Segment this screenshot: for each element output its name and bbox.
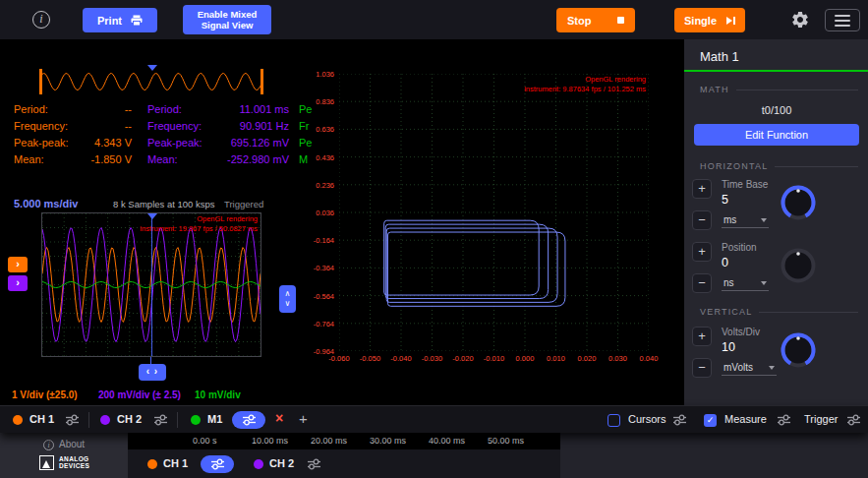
timebase-value[interactable]: 5 <box>722 193 728 207</box>
enable-mixed-signal-button[interactable]: Enable Mixed Signal View <box>183 5 271 34</box>
y-tick-label: -0.364 <box>314 264 334 272</box>
waveform-preview[interactable] <box>39 69 263 94</box>
math-function-expression: t0/100 <box>684 104 868 116</box>
position-label: Position <box>722 242 757 253</box>
measure-label[interactable]: Measure <box>724 413 767 425</box>
trigger-position-line <box>151 213 152 356</box>
single-button[interactable]: Single <box>674 8 745 32</box>
channel-color-underline <box>684 70 868 72</box>
voltsdiv-increment-button[interactable]: + <box>692 327 712 346</box>
trigger-label[interactable]: Trigger <box>804 413 838 425</box>
chevron-down-icon: ∨ <box>285 299 291 309</box>
ch1-settings-pill[interactable] <box>201 455 234 473</box>
m1-settings-pill[interactable] <box>232 411 265 429</box>
voltsdiv-decrement-button[interactable]: − <box>692 358 712 378</box>
ch1-settings-icon <box>210 458 225 470</box>
measure-settings-icon[interactable] <box>777 414 791 426</box>
ch1-tab[interactable]: CH 1 <box>163 457 188 469</box>
y-tick-label: 0.236 <box>316 181 334 190</box>
timebase-decrement-button[interactable]: − <box>692 210 712 230</box>
time-tick-label: 20.00 ms <box>311 436 347 446</box>
info-icon[interactable]: i <box>32 11 50 29</box>
time-plot[interactable]: OpenGL rendering instrument: 19.967 fps … <box>41 212 261 357</box>
ch1-settings-icon[interactable] <box>65 414 80 426</box>
ch1-tab[interactable]: CH 1 <box>29 413 54 425</box>
section-vertical: VERTICAL <box>700 307 858 317</box>
voltsdiv-knob[interactable] <box>779 330 818 374</box>
preview-right-handle[interactable] <box>260 69 263 94</box>
ch1-measurement-label: Peak-peak: <box>14 137 75 149</box>
add-channel-button[interactable]: + <box>299 410 308 427</box>
trigger-settings-icon[interactable] <box>846 414 861 426</box>
ch2-measurement-value: 90.901 Hz <box>206 120 289 132</box>
divider <box>177 412 178 428</box>
xy-plot[interactable]: OpenGL rendering instrument: 9.87634 fps… <box>339 74 649 351</box>
ch2-offset-handle[interactable]: › <box>8 275 28 291</box>
y-tick-label: 0.436 <box>316 153 334 162</box>
timebase-unit-select[interactable]: ms <box>722 214 769 228</box>
voltsdiv-unit-select[interactable]: mVolts <box>722 362 777 376</box>
settings-gear-icon[interactable] <box>790 10 810 30</box>
m1-close-icon[interactable]: × <box>275 410 283 426</box>
position-increment-button[interactable]: + <box>692 242 712 262</box>
print-button[interactable]: Print <box>83 8 157 32</box>
voltsdiv-value[interactable]: 10 <box>722 340 735 354</box>
ch1-offset-handle[interactable]: › <box>8 257 28 272</box>
position-unit-select[interactable]: ns <box>722 277 769 291</box>
ch2-scale-label: 200 mV/div (± 2.5) <box>98 389 181 400</box>
ch1-color-dot <box>13 415 23 425</box>
x-tick-label: -0.050 <box>360 354 380 363</box>
position-knob[interactable] <box>779 246 818 289</box>
position-decrement-button[interactable]: − <box>692 273 712 293</box>
y-tick-label: 1.036 <box>316 70 334 79</box>
cursors-settings-icon[interactable] <box>672 414 687 426</box>
ch2-settings-icon[interactable] <box>307 458 321 470</box>
stop-icon <box>617 17 624 24</box>
divider <box>88 412 89 428</box>
ch1-scale-label: 1 V/div (±25.0) <box>12 389 78 400</box>
about-link[interactable]: About <box>59 439 85 449</box>
position-value[interactable]: 0 <box>722 256 728 269</box>
chevron-down-icon <box>761 281 767 285</box>
m1-tab[interactable]: M1 <box>207 413 222 425</box>
trigger-position-marker[interactable] <box>147 213 157 219</box>
ch2-settings-icon[interactable] <box>153 414 168 426</box>
time-tick-label: 40.00 ms <box>429 436 465 446</box>
chevron-up-icon: ∧ <box>285 289 291 299</box>
analog-devices-logo-icon <box>39 455 54 470</box>
opengl-status-left: OpenGL rendering instrument: 19.967 fps … <box>140 214 258 234</box>
timebase-knob[interactable] <box>779 183 818 226</box>
measurement-row: Frequency:--Frequency:90.901 HzFr <box>14 117 312 134</box>
analog-devices-logo-text: ANALOG DEVICES <box>59 455 89 470</box>
oscilloscope-app: i Print Enable Mixed Signal View Stop Si… <box>0 0 868 478</box>
ch2-measurement-label: Mean: <box>147 153 206 165</box>
cursors-label[interactable]: Cursors <box>628 413 666 425</box>
ch2-tab[interactable]: CH 2 <box>117 413 142 425</box>
info-icon[interactable]: i <box>43 440 54 450</box>
ch2-tab[interactable]: CH 2 <box>269 457 294 469</box>
measure-checkbox[interactable]: ✓ <box>704 414 717 427</box>
time-tick-label: 0.00 s <box>193 436 217 446</box>
horizontal-position-handle[interactable]: ‹ › <box>139 364 166 381</box>
stop-button[interactable]: Stop <box>556 8 635 32</box>
cursors-checkbox[interactable] <box>608 414 620 427</box>
ch2-color-dot <box>254 459 263 469</box>
print-label: Print <box>97 15 122 27</box>
timebase-label: Time Base <box>722 179 768 190</box>
menu-hamburger-icon[interactable] <box>825 9 860 31</box>
edit-function-button[interactable]: Edit Function <box>694 124 859 146</box>
trigger-position-marker-preview[interactable] <box>147 65 157 71</box>
preview-left-handle[interactable] <box>39 69 42 94</box>
xy-x-ticks: -0.060-0.050-0.040-0.030-0.020-0.0100.00… <box>339 354 649 364</box>
timebase-increment-button[interactable]: + <box>692 179 712 199</box>
m1-scale-label: 10 mV/div <box>195 389 241 400</box>
ch1-color-dot <box>147 459 157 469</box>
x-tick-label: 0.020 <box>578 354 597 363</box>
chevron-right-icon: › <box>16 258 20 269</box>
ch1-measurement-label: Mean: <box>14 153 75 165</box>
time-tick-label: 50.00 ms <box>488 436 524 446</box>
top-toolbar: i Print Enable Mixed Signal View Stop Si… <box>0 0 868 39</box>
chevron-down-icon <box>761 218 767 222</box>
time-axis-strip: 0.00 s10.00 ms20.00 ms30.00 ms40.00 ms50… <box>128 433 560 449</box>
trigger-level-handle[interactable]: ∧ ∨ <box>279 285 296 313</box>
